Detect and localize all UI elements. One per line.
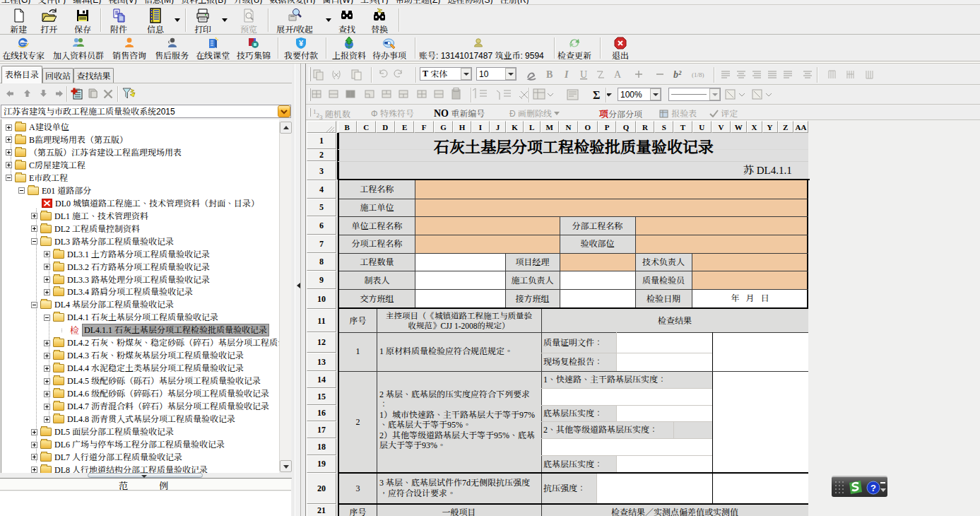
svg-text:Σ: Σ [593,89,600,101]
svg-text:¥: ¥ [299,39,304,47]
svg-text:U: U [580,69,587,80]
svg-text:(1/8): (1/8) [692,71,704,78]
svg-text:b²: b² [673,69,682,80]
svg-text:B: B [546,69,553,80]
svg-text:?: ? [870,483,876,493]
svg-text:A: A [614,69,622,80]
svg-text:I: I [564,69,569,80]
